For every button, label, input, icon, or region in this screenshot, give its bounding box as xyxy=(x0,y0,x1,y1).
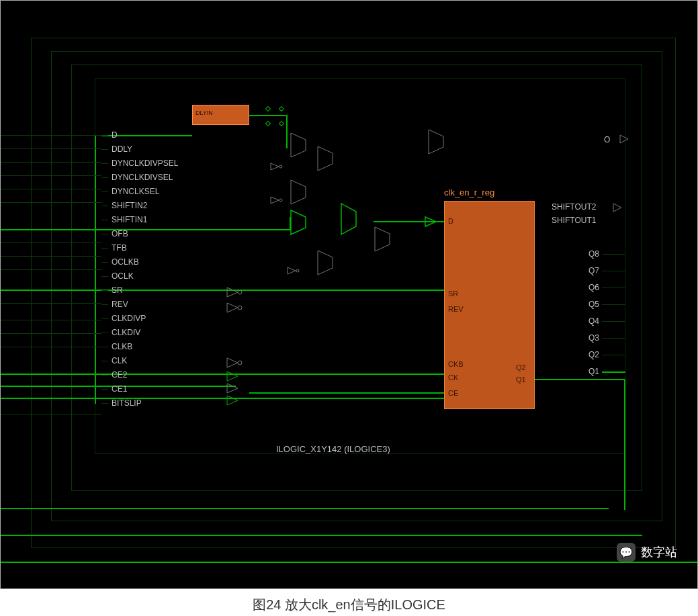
output-pin-q6: Q6 xyxy=(588,283,599,292)
svg-marker-9 xyxy=(291,133,306,157)
svg-marker-0 xyxy=(227,288,238,297)
schematic-view[interactable]: DLYIN clk_en_r_reg D SR REV CKB CK CE Q2… xyxy=(0,0,698,589)
svg-point-23 xyxy=(296,269,299,272)
input-pin-dynclkdivpsel: DYNCLKDIVPSEL xyxy=(112,159,178,168)
output-buffer-icon xyxy=(612,202,625,213)
buffer-icon xyxy=(424,216,443,228)
wechat-icon: 💬 xyxy=(617,543,636,562)
block-label: ILOGIC_X1Y142 (ILOGICE3) xyxy=(276,444,390,454)
input-pin-sr: SR xyxy=(112,285,123,295)
buffer-icon xyxy=(226,370,245,382)
input-pin-dynclksel: DYNCLKSEL xyxy=(112,187,159,196)
mux-icon xyxy=(290,209,310,236)
buffer-icon xyxy=(226,357,245,369)
buffer-icon xyxy=(226,302,245,314)
svg-marker-22 xyxy=(288,267,296,274)
mux-icon xyxy=(340,202,360,236)
output-pin-q8: Q8 xyxy=(588,249,599,259)
reg-pin-d: D xyxy=(448,217,453,225)
inverter-icon xyxy=(286,266,301,275)
input-pin-ddly: DDLY xyxy=(112,144,132,154)
input-pin-clkdivp: CLKDIVP xyxy=(112,314,146,323)
svg-marker-10 xyxy=(318,146,333,171)
input-pin-tfb: TFB xyxy=(112,243,127,253)
input-pin-rev: REV xyxy=(112,300,128,309)
input-pin-clk: CLK xyxy=(112,356,127,365)
svg-point-21 xyxy=(279,199,282,202)
input-pin-bitslip: BITSLIP xyxy=(112,398,142,408)
reg-pin-ckb: CKB xyxy=(448,360,464,368)
out-pin-o: O xyxy=(604,135,610,144)
out-pin-shiftout2: SHIFTOUT2 xyxy=(552,202,596,212)
reg-pin-rev: REV xyxy=(448,305,464,313)
reg-pin-ce: CE xyxy=(448,389,458,397)
inverter-icon xyxy=(226,286,245,298)
svg-marker-14 xyxy=(375,227,390,251)
reg-pin-sr: SR xyxy=(448,290,458,298)
delay-label: DLYIN xyxy=(195,109,213,116)
reg-out-q1: Q1 xyxy=(516,376,526,384)
watermark-text: 数字站 xyxy=(641,544,677,560)
mux-icon xyxy=(290,179,310,206)
output-pin-q1: Q1 xyxy=(588,367,599,376)
buffer-icon xyxy=(226,382,245,394)
input-pin-oclkb: OCLKB xyxy=(112,257,139,267)
output-pin-q4: Q4 xyxy=(588,316,599,326)
svg-marker-20 xyxy=(271,197,279,204)
output-pin-q2: Q2 xyxy=(588,350,599,359)
buffer-icon xyxy=(226,394,245,406)
svg-marker-18 xyxy=(271,163,279,170)
inverter-icon xyxy=(269,195,284,205)
svg-marker-7 xyxy=(227,384,238,393)
svg-marker-24 xyxy=(620,135,628,143)
input-pin-clkb: CLKB xyxy=(112,342,132,351)
svg-marker-12 xyxy=(291,210,306,234)
mux-icon xyxy=(290,132,310,159)
input-pin-clkdiv: CLKDIV xyxy=(112,328,140,337)
figure-caption: 图24 放大clk_en信号的ILOGICE xyxy=(0,589,698,616)
mux-icon xyxy=(427,128,447,155)
reg-out-q2: Q2 xyxy=(516,363,526,371)
input-pin-dynclkdivsel: DYNCLKDIVSEL xyxy=(112,173,173,182)
output-buffer-icon xyxy=(619,134,632,144)
mux-icon xyxy=(374,226,394,253)
output-pin-q5: Q5 xyxy=(588,300,599,309)
mux-icon xyxy=(316,145,337,172)
input-pin-shiftin1: SHIFTIN1 xyxy=(112,215,147,224)
svg-marker-13 xyxy=(341,204,356,234)
svg-marker-2 xyxy=(227,303,238,312)
svg-marker-11 xyxy=(291,180,306,204)
input-pin-d: D xyxy=(112,130,118,140)
input-pin-ce2: CE2 xyxy=(112,370,127,380)
svg-marker-15 xyxy=(318,251,333,275)
reg-pin-ck: CK xyxy=(448,373,458,382)
mux-icon xyxy=(316,249,337,276)
svg-marker-8 xyxy=(227,396,238,405)
out-pin-shiftout1: SHIFTOUT1 xyxy=(552,216,596,225)
input-pin-ofb: OFB xyxy=(112,229,128,238)
svg-marker-16 xyxy=(429,130,443,154)
input-pin-oclk: OCLK xyxy=(112,271,134,281)
inverter-icon xyxy=(269,162,284,171)
svg-marker-25 xyxy=(613,204,621,212)
svg-marker-17 xyxy=(425,217,436,226)
input-pin-shiftin2: SHIFTIN2 xyxy=(112,201,147,210)
output-pin-q3: Q3 xyxy=(588,333,599,343)
svg-marker-4 xyxy=(227,358,238,367)
svg-marker-6 xyxy=(227,371,238,381)
input-pin-ce1: CE1 xyxy=(112,384,127,394)
svg-point-19 xyxy=(279,165,282,168)
watermark: 💬 数字站 xyxy=(617,543,677,562)
register-title: clk_en_r_reg xyxy=(444,187,494,197)
output-pin-q7: Q7 xyxy=(588,266,599,275)
